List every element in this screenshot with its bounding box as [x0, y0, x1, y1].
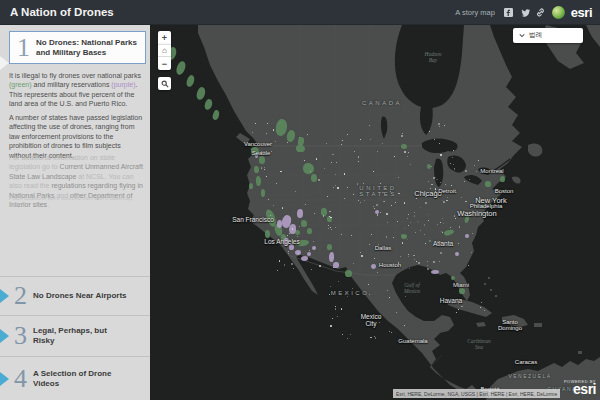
city-dot [341, 234, 342, 235]
city-dot [380, 183, 381, 184]
city-dot [418, 262, 420, 264]
city-dot [282, 207, 284, 209]
city-dot [351, 235, 352, 236]
city-dot [410, 222, 411, 223]
city-dot [459, 226, 461, 228]
city-dot [425, 202, 427, 204]
green-legend-text: (green) [9, 81, 32, 88]
city-dot [255, 123, 256, 124]
city-dot [394, 156, 395, 157]
section-2-arrow-icon [0, 289, 9, 303]
city-dot [380, 212, 381, 213]
city-dot [330, 325, 332, 327]
city-dot [276, 183, 277, 184]
section-1-title: No Drones: National Parks and Military B… [36, 38, 145, 58]
city-dot [267, 123, 268, 124]
city-dot [256, 220, 257, 221]
national-park-area [345, 270, 352, 277]
city-dot [337, 187, 339, 189]
national-park-area [401, 144, 407, 149]
city-dot [397, 221, 398, 222]
sidebar-section-3[interactable]: 3 Legal, Perhaps, but Risky [0, 315, 150, 355]
section-4-number: 4 [14, 366, 27, 392]
national-park-area [500, 176, 505, 182]
section-4-title: A Selection of Drone Videos [33, 369, 133, 389]
section-3-arrow-icon [0, 329, 9, 343]
military-base-area [277, 220, 282, 228]
page-title: A Nation of Drones [10, 6, 114, 18]
national-park-area [307, 228, 312, 234]
city-dot [361, 255, 363, 257]
esri-globe-logo[interactable] [552, 6, 565, 19]
national-park-area [301, 220, 307, 227]
city-dot [335, 227, 336, 228]
national-park-area [303, 163, 314, 174]
national-park-area [249, 183, 253, 189]
facebook-icon[interactable] [504, 7, 514, 17]
city-dot [439, 143, 440, 144]
twitter-icon[interactable] [520, 7, 530, 17]
city-dot [363, 183, 364, 184]
city-dot [433, 261, 435, 263]
zoom-out-button[interactable]: − [158, 57, 171, 70]
city-dot [265, 153, 266, 154]
map-attribution: Esri, HERE, DeLorme, NGA, USGS | Esri, H… [393, 389, 560, 398]
esri-logo-text[interactable]: esri [571, 5, 592, 20]
city-dot [391, 332, 392, 333]
military-base-area [375, 210, 379, 214]
city-dot [424, 224, 426, 226]
military-base-area [371, 264, 376, 269]
city-dot [474, 165, 475, 166]
city-dot [436, 179, 438, 181]
purple-legend-text: (purple) [111, 81, 135, 88]
section-1-number: 1 [17, 35, 30, 61]
search-button[interactable] [158, 77, 171, 90]
city-dot [336, 162, 337, 163]
city-dot [382, 143, 383, 144]
city-dot [450, 227, 451, 228]
national-park-area [485, 181, 491, 187]
city-dot [395, 202, 396, 203]
share-link-icon[interactable] [536, 7, 546, 17]
military-base-area [455, 252, 459, 256]
national-park-area [261, 189, 265, 197]
city-dot [398, 177, 399, 178]
city-dot [440, 252, 442, 254]
section-2-title: No Drones Near Airports [33, 291, 133, 301]
city-dot [291, 263, 293, 265]
active-section-arrow-icon [0, 56, 9, 70]
city-dot [443, 201, 445, 203]
city-dot [429, 240, 431, 242]
city-dot [414, 259, 415, 260]
city-dot [461, 306, 463, 308]
city-dot [450, 163, 451, 164]
legend-dropdown-button[interactable]: 범례 [513, 28, 583, 43]
city-dot [310, 171, 311, 172]
city-dot [452, 157, 453, 158]
map-canvas[interactable]: CANADAUNITED STATESMEXICOVENEZUELAGUYANA… [150, 25, 600, 400]
source-footnote: Place locations were sourced from Esri's… [9, 195, 143, 207]
city-dot [442, 200, 443, 201]
zoom-in-button[interactable]: + [158, 31, 171, 44]
home-extent-button[interactable]: ⌂ [158, 44, 171, 57]
city-dot [427, 268, 429, 270]
national-park-area [265, 230, 270, 238]
home-icon: ⌂ [162, 46, 167, 55]
city-dot [440, 154, 442, 156]
national-park-area [327, 244, 332, 250]
sidebar-section-1[interactable]: 1 No Drones: National Parks and Military… [9, 31, 146, 64]
city-dot [454, 169, 455, 170]
city-dot [387, 290, 388, 291]
city-dot [407, 156, 408, 157]
section-3-title: Legal, Perhaps, but Risky [33, 326, 133, 346]
city-dot [280, 171, 282, 173]
sidebar-section-4[interactable]: 4 A Selection of Drone Videos [0, 356, 150, 400]
city-dot [378, 244, 379, 245]
city-dot [318, 179, 320, 181]
city-dot [352, 288, 353, 289]
city-dot [386, 236, 388, 238]
military-base-area [301, 256, 308, 261]
city-dot [440, 196, 441, 197]
sidebar-section-2[interactable]: 2 No Drones Near Airports [0, 276, 150, 314]
city-dot [299, 226, 300, 227]
